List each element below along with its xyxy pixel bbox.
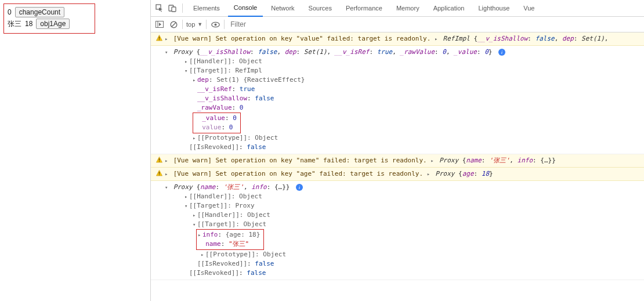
info-icon[interactable]: i xyxy=(296,184,303,191)
expand-caret[interactable] xyxy=(193,220,197,229)
tab-memory[interactable]: Memory xyxy=(390,0,425,17)
expand-caret[interactable] xyxy=(184,66,189,75)
svg-rect-12 xyxy=(158,161,159,162)
highlight-box: _value: 0 value: 0 xyxy=(193,113,241,133)
expand-caret[interactable] xyxy=(193,133,197,143)
svg-rect-13 xyxy=(158,172,159,174)
tree-row[interactable]: [[Target]]: Proxy xyxy=(189,202,255,209)
tree-row[interactable]: [[Prototype]]: Object xyxy=(197,134,278,142)
obj1-age-button[interactable]: obj1Age xyxy=(36,19,70,29)
tree-row[interactable]: [[Target]]: RefImpl xyxy=(189,67,262,74)
svg-rect-11 xyxy=(158,158,159,161)
warning-icon xyxy=(156,35,162,41)
warning-text: [Vue warn] Set operation on key "age" fa… xyxy=(173,170,423,177)
tree-row[interactable]: [[Handler]]: Object xyxy=(189,193,262,200)
expand-caret[interactable] xyxy=(435,34,439,43)
expand-caret[interactable] xyxy=(165,156,169,165)
console-body: [Vue warn] Set operation on key "value" … xyxy=(151,32,644,301)
console-warning: [Vue warn] Set operation on key "name" f… xyxy=(151,154,644,168)
expand-caret[interactable] xyxy=(184,201,189,211)
svg-rect-2 xyxy=(172,7,176,12)
tab-network[interactable]: Network xyxy=(265,0,300,17)
inspect-icon[interactable] xyxy=(154,3,165,13)
app-demo-box: 0 changeCount 张三 18 obj1Age xyxy=(3,3,95,34)
tab-lighthouse[interactable]: Lighthouse xyxy=(472,0,515,17)
expand-caret[interactable] xyxy=(184,192,189,201)
change-count-button[interactable]: changeCount xyxy=(15,7,64,17)
chevron-down-icon: ▼ xyxy=(197,21,202,27)
svg-rect-10 xyxy=(158,39,159,40)
console-warning: [Vue warn] Set operation on key "age" fa… xyxy=(151,168,644,181)
devtools-tabbar: Elements Console Network Sources Perform… xyxy=(151,0,644,17)
expand-caret[interactable] xyxy=(165,34,169,43)
object-head: Proxy xyxy=(173,48,193,56)
svg-rect-9 xyxy=(158,37,159,39)
context-selector[interactable]: top ▼ xyxy=(186,21,202,28)
filter-input[interactable] xyxy=(229,20,641,29)
svg-point-8 xyxy=(214,23,216,26)
devtools-panel: Elements Console Network Sources Perform… xyxy=(150,0,644,301)
object-head: RefImpl xyxy=(443,35,470,42)
clear-console-icon[interactable] xyxy=(168,19,179,30)
device-toggle-icon[interactable] xyxy=(167,3,178,13)
expand-caret[interactable] xyxy=(193,75,197,85)
expand-caret[interactable] xyxy=(427,169,432,179)
tree-row[interactable]: [[Target]]: Object xyxy=(197,220,266,228)
console-log: Proxy {__v_isShallow: false, dep: Set(1)… xyxy=(151,46,644,154)
expand-caret[interactable] xyxy=(430,156,435,165)
obj-name-value: 张三 xyxy=(8,18,21,30)
warning-text: [Vue warn] Set operation on key "name" f… xyxy=(173,157,427,164)
console-toolbar: top ▼ xyxy=(151,17,644,32)
tree-row[interactable]: [[Prototype]]: Object xyxy=(205,251,286,258)
expand-caret[interactable] xyxy=(201,250,205,259)
context-label: top xyxy=(186,21,195,28)
tree-row[interactable]: [[Handler]]: Object xyxy=(197,211,270,219)
info-icon[interactable]: i xyxy=(498,49,505,56)
object-tree: [[Handler]]: Object [[Target]]: Proxy [[… xyxy=(165,192,643,278)
tab-performance[interactable]: Performance xyxy=(340,0,388,17)
warning-text: [Vue warn] Set operation on key "value" … xyxy=(173,35,431,42)
tab-sources[interactable]: Sources xyxy=(303,0,338,17)
warning-icon xyxy=(156,170,162,176)
tab-application[interactable]: Application xyxy=(428,0,471,17)
count-value: 0 xyxy=(8,6,12,18)
tab-vue[interactable]: Vue xyxy=(518,0,540,17)
highlight-box: info: {age: 18} name: "张三" xyxy=(196,229,264,250)
obj-age-value: 18 xyxy=(25,18,32,30)
expand-caret[interactable] xyxy=(198,230,202,240)
expand-caret[interactable] xyxy=(184,57,189,66)
tree-row[interactable]: [[Handler]]: Object xyxy=(189,57,262,65)
sidebar-toggle-icon[interactable] xyxy=(154,19,165,30)
expand-caret[interactable] xyxy=(165,169,169,179)
console-log: Proxy {name: '张三', info: {…}} i [[Handle… xyxy=(151,181,644,280)
expand-caret[interactable] xyxy=(165,183,169,192)
expand-caret[interactable] xyxy=(165,48,169,57)
warning-icon xyxy=(156,157,162,163)
console-warning: [Vue warn] Set operation on key "value" … xyxy=(151,32,644,46)
expand-caret[interactable] xyxy=(193,211,197,220)
object-tree: [[Handler]]: Object [[Target]]: RefImpl … xyxy=(165,57,643,152)
tab-console[interactable]: Console xyxy=(228,0,263,17)
page-panel: 0 changeCount 张三 18 obj1Age xyxy=(0,0,150,301)
svg-rect-14 xyxy=(158,175,159,175)
tab-elements[interactable]: Elements xyxy=(187,0,226,17)
svg-line-6 xyxy=(171,22,175,26)
live-expression-icon[interactable] xyxy=(210,19,220,30)
